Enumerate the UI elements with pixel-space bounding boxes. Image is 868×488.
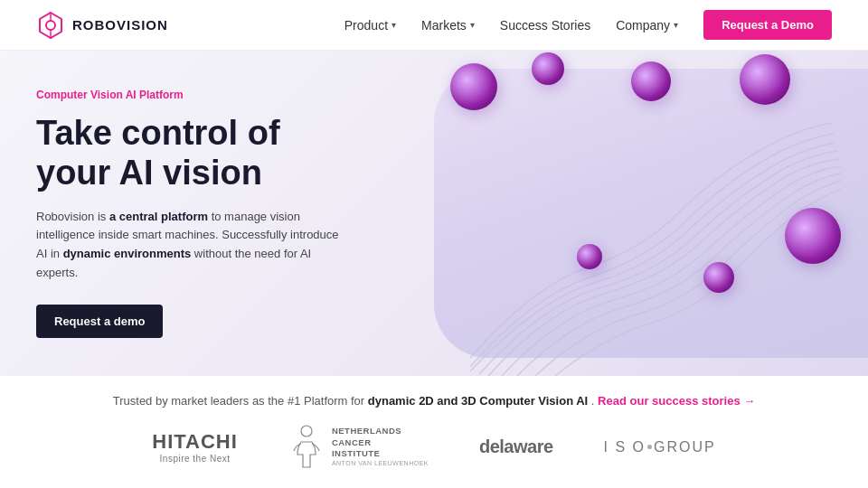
isogroup-logo: I S O GROUP	[604, 439, 716, 455]
logos-row: HITACHI Inspire the Next NETHERLANDS CAN…	[152, 424, 715, 471]
trusted-text: Trusted by market leaders as the #1 Plat…	[113, 394, 755, 408]
ball-4	[740, 54, 790, 105]
ball-3	[631, 61, 671, 101]
ball-7	[577, 244, 602, 269]
nav-success-stories[interactable]: Success Stories	[500, 18, 590, 33]
chevron-down-icon: ▾	[674, 20, 678, 30]
logo-text: ROBOVISION	[72, 17, 168, 33]
hero-title: Take control ofyour AI vision	[36, 114, 344, 192]
ball-5	[785, 208, 841, 264]
navbar: ROBOVISION Product ▾ Markets ▾ Success S…	[0, 0, 868, 51]
nki-figure-icon	[288, 424, 325, 471]
hero-description: Robovision is a central platform to mana…	[36, 208, 344, 283]
ball-6	[703, 262, 734, 293]
ball-1	[450, 63, 497, 110]
trusted-bar: Trusted by market leaders as the #1 Plat…	[0, 376, 868, 488]
nav-markets[interactable]: Markets ▾	[421, 18, 475, 33]
logo[interactable]: ROBOVISION	[36, 11, 168, 40]
nki-logo: NETHERLANDS CANCER INSTITUTE ANTON VAN L…	[288, 424, 429, 471]
chevron-down-icon: ▾	[392, 20, 396, 30]
hero-wave-lines: .wl { fill:none; stroke:#c8c0e0; stroke-…	[461, 105, 841, 376]
delaware-logo: delaware	[479, 436, 553, 457]
nav-product[interactable]: Product ▾	[344, 18, 396, 33]
success-stories-link[interactable]: Read our success stories →	[598, 394, 755, 408]
chevron-down-icon: ▾	[470, 20, 475, 30]
nav-company[interactable]: Company ▾	[616, 18, 678, 33]
hitachi-logo: HITACHI Inspire the Next	[152, 430, 238, 464]
hero-content: Computer Vision AI Platform Take control…	[36, 51, 344, 376]
hero-section: .wl { fill:none; stroke:#c8c0e0; stroke-…	[0, 51, 868, 376]
hero-tag: Computer Vision AI Platform	[36, 89, 344, 101]
svg-point-1	[46, 21, 55, 30]
hero-visual: .wl { fill:none; stroke:#c8c0e0; stroke-…	[326, 51, 868, 376]
nav-links: Product ▾ Markets ▾ Success Stories Comp…	[344, 10, 832, 40]
request-demo-button[interactable]: Request a Demo	[703, 10, 832, 40]
logo-icon	[36, 11, 65, 40]
ball-2	[532, 52, 564, 85]
iso-dot	[647, 445, 652, 449]
hero-demo-button[interactable]: Request a demo	[36, 305, 163, 338]
svg-point-4	[301, 426, 312, 436]
